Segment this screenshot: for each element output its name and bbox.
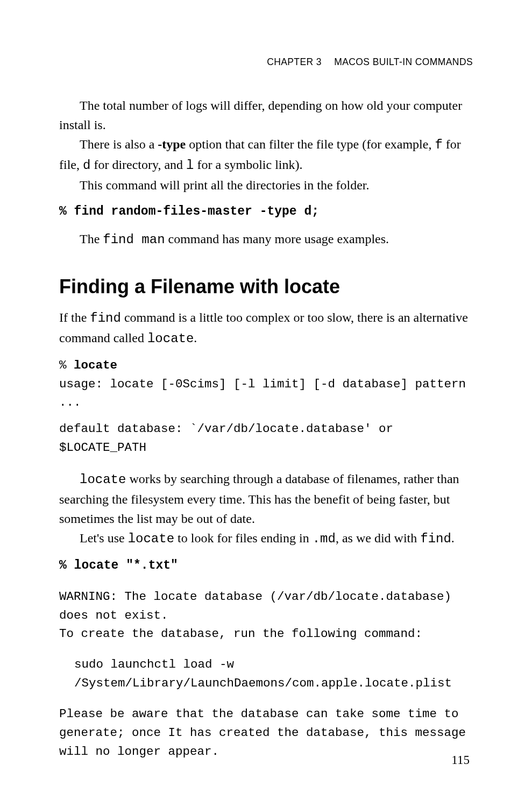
code-locate-usage: usage: locate [-0Scims] [-l limit] [-d d… [59,375,473,413]
code-find-command: % find random-files-master -type d; [59,202,473,222]
code-find-inline: find [420,532,451,546]
paragraph-type-option: There is also a -type option that can fi… [59,134,473,175]
code-locate-inline: locate [80,472,126,487]
page: CHAPTER 3 MACOS BUILT-IN COMMANDS The to… [0,0,532,807]
code-f: f [435,138,442,152]
text: command is a little too complex or too s… [59,310,468,345]
code-warning-line2: To create the database, run the followin… [59,625,473,643]
chapter-title: MACOS BUILT-IN COMMANDS [334,56,473,67]
text: command has many more usage examples. [165,232,389,246]
text: . [451,531,455,545]
code-locate-default-db: default database: `/var/db/locate.databa… [59,420,473,457]
code-warning-line1: WARNING: The locate database (/var/db/lo… [59,587,473,625]
paragraph-find-man: The find man command has many more usage… [59,229,473,250]
text: . [194,331,197,345]
text: for a symbolic link). [194,158,303,172]
section-heading-locate: Finding a Filename with locate [59,275,473,298]
paragraph-locate-works: locate works by searching through a data… [59,469,473,528]
code-locate: locate [147,331,194,346]
code-locate-inline2: locate [128,532,174,546]
paragraph-print-dirs: This command will print all the director… [59,175,473,195]
text: for directory, and [90,158,186,172]
running-header: CHAPTER 3 MACOS BUILT-IN COMMANDS [59,56,473,68]
code-sudo-launchctl: sudo launchctl load -w /System/Library/L… [59,655,473,693]
prompt: % [59,358,74,372]
code-find-man: find man [103,232,165,247]
paragraph-logs: The total number of logs will differ, de… [59,96,473,134]
code-l: l [186,158,194,173]
command-locate: locate [74,358,117,372]
text: option that can filter the file type (fo… [186,137,435,151]
chapter-label: CHAPTER 3 [267,56,322,67]
option-type: -type [158,137,186,151]
text: The [80,232,103,246]
code-please-be-aware: Please be aware that the database can ta… [59,705,473,761]
page-number: 115 [451,753,470,767]
text: Let's use [80,531,128,545]
text: , as we did with [336,531,420,545]
code-find: find [90,311,121,325]
code-locate-prompt: % locate [59,356,473,375]
code-md: .md [313,532,336,546]
text: If the [59,310,90,324]
text: There is also a [80,137,158,151]
paragraph-locate-md: Let's use locate to look for files endin… [59,528,473,549]
code-locate-txt: % locate "*.txt" [59,556,473,576]
text: to look for files ending in [174,531,313,545]
paragraph-locate-intro: If the find command is a little too comp… [59,308,473,349]
code-d: d [83,158,90,173]
